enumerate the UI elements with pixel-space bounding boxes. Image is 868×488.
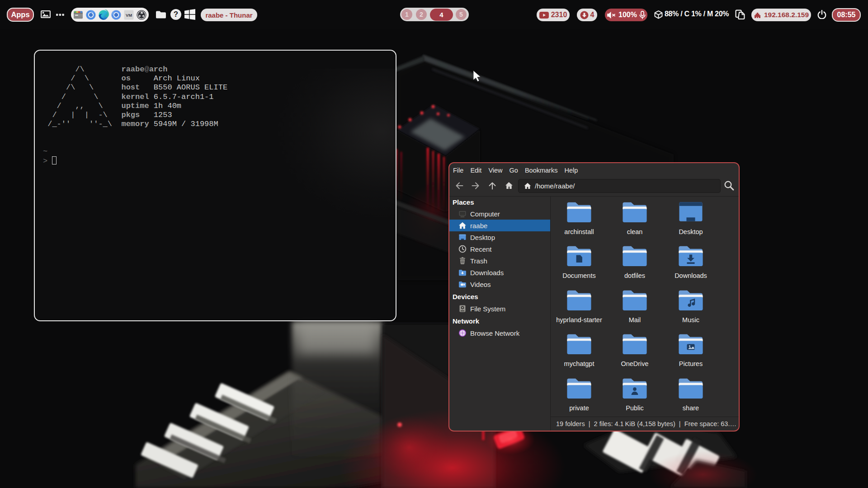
svg-text:VM: VM — [126, 13, 132, 18]
